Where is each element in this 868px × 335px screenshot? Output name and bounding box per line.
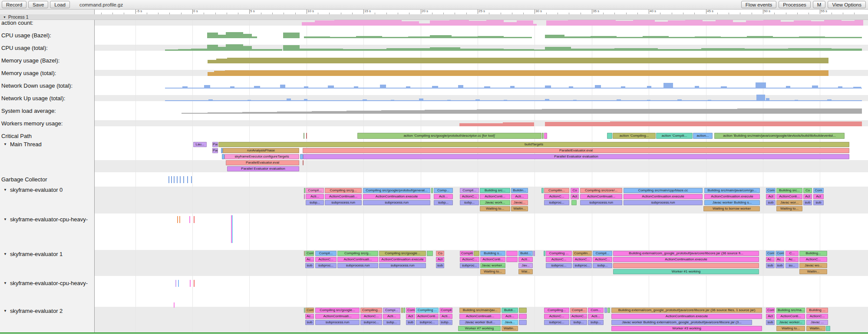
skyframe-evaluator-2-slice[interactable]: Waiting to... bbox=[776, 326, 805, 331]
skyframe-evaluator-1-slice[interactable]: Javac worker... bbox=[480, 263, 505, 268]
skyframe-evaluator-2-slice[interactable]: ActionC... bbox=[570, 314, 587, 319]
skyframe-evaluator-0-slice[interactable]: Co bbox=[803, 188, 812, 193]
skyframe-evaluator-0-slice[interactable]: Acti... bbox=[306, 194, 324, 199]
skyframe-evaluator-2-slice[interactable]: Waitin... bbox=[502, 326, 518, 331]
skyframe-evaluator-2-slice[interactable]: Compil... bbox=[439, 308, 452, 313]
skyframe-evaluator-2-slice[interactable]: Acti... bbox=[588, 314, 604, 319]
skyframe-evaluator-0-slice[interactable]: Compilin... bbox=[544, 188, 569, 193]
skyframe-evaluator-1-slice[interactable]: sub bbox=[766, 263, 775, 268]
skyframe-evaluator-0-slice[interactable] bbox=[571, 200, 577, 205]
skyframe-evaluator-1-slice[interactable] bbox=[474, 251, 479, 256]
skyframe-evaluator-2-slice[interactable]: ActionConti... bbox=[416, 314, 439, 319]
skyframe-evaluator-cpu-heavy-b-event-tick[interactable] bbox=[178, 280, 179, 287]
skyframe-evaluator-0-slice[interactable]: Comp... bbox=[434, 188, 453, 193]
skyframe-evaluator-1-slice[interactable]: Waitin... bbox=[799, 269, 827, 274]
skyframe-evaluator-2-slice[interactable] bbox=[519, 308, 527, 313]
skyframe-evaluator-0-slice[interactable]: Waiting to borrow worker bbox=[703, 206, 760, 211]
skyframe-evaluator-1-slice[interactable]: sub bbox=[305, 263, 314, 268]
track-label-skyframe-evaluator-0[interactable]: ▼skyframe-evaluator 0 bbox=[3, 187, 63, 193]
skyframe-evaluator-1-slice[interactable]: Act bbox=[436, 257, 444, 262]
skyframe-evaluator-2-slice[interactable]: ActionC... bbox=[806, 314, 828, 319]
skyframe-evaluator-0-slice[interactable]: Act bbox=[571, 194, 579, 199]
skyframe-evaluator-0-slice[interactable]: Building src/main/java/com/go... bbox=[704, 188, 760, 193]
skyframe-evaluator-1-slice[interactable] bbox=[506, 257, 518, 262]
skyframe-evaluator-2-slice[interactable]: subprocess.run bbox=[315, 320, 360, 325]
skyframe-evaluator-0-slice[interactable]: subp... bbox=[460, 200, 479, 205]
skyframe-evaluator-0-slice[interactable]: subprocess.run bbox=[624, 200, 703, 205]
skyframe-evaluator-2-slice[interactable] bbox=[519, 314, 527, 319]
skyframe-evaluator-1-slice[interactable] bbox=[506, 251, 518, 256]
skyframe-evaluator-2-slice[interactable]: sub bbox=[766, 320, 775, 325]
skyframe-evaluator-1-slice[interactable]: Jav... bbox=[518, 263, 533, 268]
main-thread-slice[interactable]: runAnalysisPhase bbox=[223, 148, 299, 153]
skyframe-evaluator-2-slice[interactable]: ActionContinuation.execute bbox=[611, 314, 762, 319]
skyframe-evaluator-0-slice[interactable]: ActionContinuati... bbox=[580, 194, 622, 199]
skyframe-evaluator-2-slice[interactable] bbox=[403, 308, 405, 313]
skyframe-evaluator-2-slice[interactable]: Waitin... bbox=[806, 326, 825, 331]
critical-path-slice[interactable] bbox=[542, 133, 544, 139]
skyframe-evaluator-2-slice[interactable]: Javac worker... bbox=[776, 320, 805, 325]
garbage-collector-event-tick[interactable] bbox=[168, 176, 169, 183]
skyframe-evaluator-1-slice[interactable]: Compiling ... bbox=[546, 251, 572, 256]
skyframe-evaluator-0-slice[interactable]: Acti... bbox=[511, 194, 528, 199]
skyframe-evaluator-0-slice[interactable]: subp... bbox=[306, 200, 324, 205]
skyframe-evaluator-cpu-heavy-b-event-tick[interactable] bbox=[190, 280, 191, 287]
skyframe-evaluator-0-slice[interactable]: Com bbox=[766, 188, 776, 193]
skyframe-evaluator-2-slice[interactable] bbox=[604, 308, 607, 313]
skyframe-evaluator-0-slice[interactable]: ActionC... bbox=[544, 194, 569, 199]
skyframe-evaluator-0-slice[interactable]: Compil... bbox=[306, 188, 324, 193]
skyframe-evaluator-2-slice[interactable]: Buildi... bbox=[502, 308, 518, 313]
skyframe-evaluator-2-slice[interactable]: ActionC... bbox=[360, 314, 382, 319]
skyframe-evaluator-0-slice[interactable]: Javac wor... bbox=[776, 200, 802, 205]
skyframe-evaluator-2-slice[interactable]: Building ... bbox=[806, 308, 828, 313]
skyframe-evaluator-2-slice[interactable]: Compiling... bbox=[544, 308, 569, 313]
skyframe-evaluator-2-slice[interactable]: subp... bbox=[383, 320, 400, 325]
track-label-main-thread[interactable]: ▼Main Thread bbox=[3, 141, 42, 147]
garbage-collector-event-tick[interactable] bbox=[174, 176, 175, 183]
main-thread-slice[interactable]: Parallel Evaluator evaluation bbox=[227, 166, 299, 171]
skyframe-evaluator-1-slice[interactable]: subproc... bbox=[315, 263, 337, 268]
skyframe-evaluator-0-slice[interactable]: Act bbox=[803, 194, 812, 199]
skyframe-evaluator-cpu-heavy-a-event-tick[interactable] bbox=[194, 216, 195, 223]
skyframe-evaluator-1-slice[interactable] bbox=[427, 251, 433, 256]
processes-button[interactable]: Processes bbox=[779, 1, 811, 8]
skyframe-evaluator-0-slice[interactable]: Compiling src/core/... bbox=[580, 188, 622, 193]
critical-path-slice[interactable] bbox=[544, 133, 547, 139]
skyframe-evaluator-0-slice[interactable]: Waiting to... bbox=[480, 206, 510, 211]
skyframe-evaluator-0-slice[interactable]: ActionContinuation.execute bbox=[624, 194, 703, 199]
skyframe-evaluator-cpu-heavy-a-event-tick[interactable] bbox=[179, 216, 180, 223]
skyframe-evaluator-1-slice[interactable]: ActionC... bbox=[799, 257, 827, 262]
skyframe-evaluator-1-slice[interactable]: sub bbox=[776, 263, 784, 268]
skyframe-evaluator-0-slice[interactable]: Building src... bbox=[480, 188, 510, 193]
disclosure-triangle-icon[interactable]: ▼ bbox=[3, 16, 6, 19]
skyframe-evaluator-1-slice[interactable]: Compiling src/google... bbox=[379, 251, 426, 256]
skyframe-evaluator-1-slice[interactable]: Building... bbox=[799, 251, 827, 256]
skyframe-evaluator-1-slice[interactable]: ActionC... bbox=[573, 257, 592, 262]
skyframe-evaluator-1-slice[interactable]: subprocess.run bbox=[379, 263, 426, 268]
skyframe-evaluator-2-slice[interactable]: subproc... bbox=[360, 320, 382, 325]
skyframe-evaluator-2-slice[interactable]: Compiling ... bbox=[416, 308, 439, 313]
record-button[interactable]: Record bbox=[2, 1, 26, 8]
critical-path-slice[interactable] bbox=[304, 133, 304, 139]
process-header[interactable]: ▼ Process 1 bbox=[0, 14, 868, 20]
skyframe-evaluator-0-slice[interactable] bbox=[304, 194, 305, 199]
skyframe-evaluator-0-slice[interactable]: sub bbox=[803, 200, 812, 205]
skyframe-evaluator-1-slice[interactable]: ActionConti... bbox=[480, 257, 505, 262]
skyframe-evaluator-1-slice[interactable]: Javac wo... bbox=[799, 263, 827, 268]
skyframe-evaluator-2-slice[interactable]: Java... bbox=[502, 320, 518, 325]
skyframe-evaluator-2-slice[interactable]: ActionC... bbox=[544, 314, 569, 319]
skyframe-evaluator-1-slice[interactable]: ActionC... bbox=[460, 257, 479, 262]
garbage-collector-event-tick[interactable] bbox=[177, 176, 178, 183]
skyframe-evaluator-0-slice[interactable] bbox=[304, 188, 305, 193]
skyframe-evaluator-1-slice[interactable]: subprocess.run bbox=[337, 263, 378, 268]
skyframe-evaluator-cpu-heavy-b-event-tick[interactable] bbox=[175, 280, 176, 287]
disclosure-triangle-icon[interactable]: ▼ bbox=[3, 188, 7, 192]
skyframe-evaluator-0-slice[interactable]: ActionContinuation.execute bbox=[704, 194, 760, 199]
skyframe-evaluator-0-slice[interactable]: ActionContinuation.execute bbox=[363, 194, 430, 199]
critical-path-slice[interactable]: action 'Compiling... bbox=[613, 133, 656, 139]
skyframe-evaluator-2-slice[interactable]: subproc... bbox=[416, 320, 439, 325]
skyframe-evaluator-2-slice[interactable]: subproc... bbox=[544, 320, 569, 325]
garbage-collector-event-tick[interactable] bbox=[191, 176, 192, 183]
disclosure-triangle-icon[interactable]: ▼ bbox=[3, 217, 7, 221]
critical-path-slice[interactable] bbox=[607, 133, 612, 139]
